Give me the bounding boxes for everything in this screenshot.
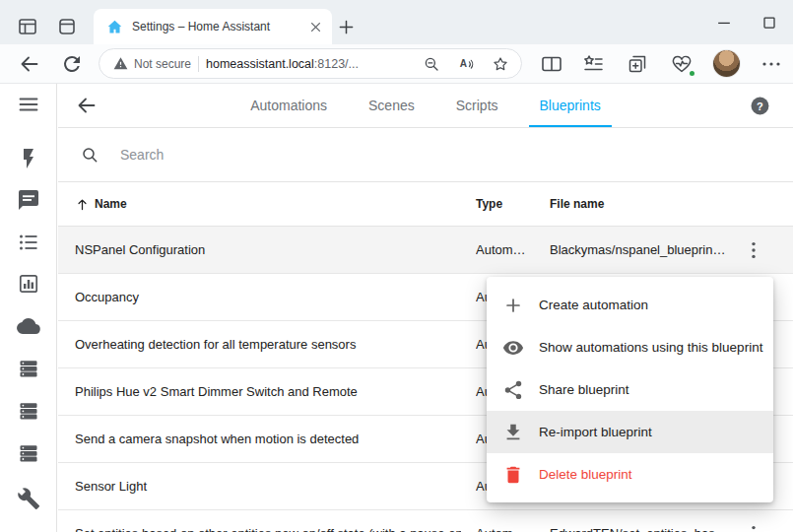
new-tab-button[interactable] [336,17,357,37]
browser-menu-icon[interactable] [760,52,783,76]
row-name: NSPanel Configuration [75,227,461,273]
menu-item-label: Show automations using this blueprint [539,340,762,355]
stack-icon[interactable] [17,441,40,465]
maximize-button[interactable] [755,12,784,33]
essentials-status-badge [688,69,696,78]
menu-item-delete-blueprint[interactable]: Delete blueprint [487,453,773,496]
chat-icon[interactable] [17,188,40,212]
row-file: EdwardTEN/set_entities_bas… [550,510,731,532]
menu-item-label: Delete blueprint [539,467,632,482]
browser-toolbar: Not secure homeassistant.local:8123/... … [0,44,793,84]
favorite-star-icon[interactable] [492,55,509,73]
plus-icon [502,295,524,316]
workspaces-icon[interactable] [16,15,39,38]
tab-blueprints[interactable]: Blueprints [519,84,622,127]
svg-text:?: ? [757,100,763,111]
tab-close-icon[interactable] [307,19,324,35]
bolt-icon[interactable] [17,147,40,170]
cloud-icon[interactable] [17,314,40,338]
back-button[interactable] [18,52,41,76]
ha-tab-bar: Automations Scenes Scripts Blueprints [230,84,622,127]
row-name: Set entities based on other entities new… [75,510,461,532]
security-label: Not secure [134,57,191,71]
row-type: Autom… [476,510,539,532]
share-icon [502,379,524,401]
row-name: Occupancy [75,274,461,320]
tab-title: Settings – Home Assistant [132,20,298,33]
trash-icon [502,464,524,486]
stack-icon[interactable] [17,357,40,380]
row-file: Blackymas/nspanel_blueprin… [550,227,731,273]
row-type: Autom… [476,227,539,273]
sort-up-icon [75,197,90,212]
read-aloud-icon[interactable]: A [457,55,475,73]
tab-scripts[interactable]: Scripts [435,84,519,127]
column-header-name[interactable]: Name [75,182,127,226]
eye-icon [502,337,524,359]
wrench-icon[interactable] [17,487,40,510]
chart-box-icon[interactable] [17,272,40,296]
row-name: Philips Hue v2 Smart Dimmer Switch and R… [75,368,461,415]
browser-essentials-icon[interactable] [670,52,694,76]
column-header-type[interactable]: Type [476,182,502,226]
ha-back-icon[interactable] [75,94,99,117]
url-text: homeassistant.local:8123/... [206,57,359,71]
home-assistant-favicon [106,19,123,35]
split-screen-icon[interactable] [540,52,563,76]
warning-icon [113,56,128,71]
table-row[interactable]: Set entities based on other entities new… [58,510,793,532]
refresh-button[interactable] [60,52,84,76]
search-icon [80,145,99,165]
site-security-badge[interactable]: Not secure [113,56,191,71]
ha-header: Automations Scenes Scripts Blueprints ? [58,84,793,128]
menu-icon[interactable] [17,93,40,116]
row-name: Send a camera snapshot when motion is de… [75,416,461,462]
url-host: homeassistant.local [206,57,314,71]
menu-item-reimport-blueprint[interactable]: Re-import blueprint [487,411,773,453]
table-row[interactable]: NSPanel Configuration Autom… Blackymas/n… [58,227,793,274]
zoom-out-icon[interactable] [423,55,440,73]
favorites-hub-icon[interactable] [581,52,605,76]
row-menu-icon[interactable] [742,238,765,262]
svg-text:A: A [460,58,468,69]
address-divider [198,56,199,72]
collections-icon[interactable] [626,52,649,76]
browser-titlebar: Settings – Home Assistant [0,0,793,44]
column-header-file[interactable]: File name [550,182,604,226]
browser-tab[interactable]: Settings – Home Assistant [94,9,332,44]
stack-icon[interactable] [17,399,40,423]
url-path: :8123/... [314,57,359,71]
menu-item-create-automation[interactable]: Create automation [487,284,773,326]
minimize-button[interactable] [709,12,739,33]
tab-actions-icon[interactable] [55,15,79,38]
list-icon[interactable] [17,231,40,254]
profile-avatar[interactable] [713,50,740,77]
context-menu: Create automation Show automations using… [487,277,773,502]
menu-item-label: Share blueprint [539,382,629,397]
search-bar [58,128,793,182]
table-header: Name Type File name [58,182,793,227]
menu-item-label: Re-import blueprint [539,425,652,439]
row-name: Overheating detection for all temperatur… [75,321,461,367]
menu-item-share-blueprint[interactable]: Share blueprint [487,368,773,411]
menu-item-show-automations[interactable]: Show automations using this blueprint [487,326,773,368]
menu-item-label: Create automation [539,298,648,312]
address-bar[interactable]: Not secure homeassistant.local:8123/... … [99,48,522,79]
download-icon [502,422,524,443]
row-name: Sensor Light [75,463,461,509]
tab-automations[interactable]: Automations [230,84,348,127]
row-menu-icon[interactable] [742,522,765,532]
search-input[interactable] [120,147,534,163]
tab-scenes[interactable]: Scenes [348,84,435,127]
help-icon[interactable]: ? [749,95,771,117]
ha-sidebar [0,84,57,532]
